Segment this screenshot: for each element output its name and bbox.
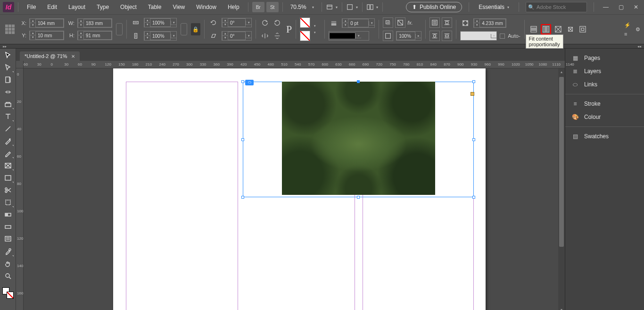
view-options-icon[interactable] xyxy=(326,1,338,13)
fit-content-to-frame-button[interactable] xyxy=(553,24,563,34)
menu-window[interactable]: Window xyxy=(191,0,221,14)
x-input[interactable]: ▴▾104 mm xyxy=(29,18,64,28)
menu-help[interactable]: Help xyxy=(223,0,244,14)
selection-tool[interactable] xyxy=(1,50,15,61)
fit-content-proportionally-button[interactable] xyxy=(541,24,551,34)
fill-stroke-proxy[interactable] xyxy=(2,287,14,299)
page-tool[interactable] xyxy=(1,74,15,85)
panel-layers[interactable]: ≣Layers xyxy=(565,65,644,78)
shear-input[interactable]: ▴▾0°▾ xyxy=(222,31,252,41)
auto-fit-checkbox[interactable] xyxy=(500,34,505,39)
line-tool[interactable] xyxy=(1,123,15,134)
rectangle-frame-tool[interactable] xyxy=(1,160,15,171)
constrain-scale-icon[interactable] xyxy=(181,23,187,35)
reference-point-grid[interactable] xyxy=(4,23,16,35)
gap-tool[interactable] xyxy=(1,86,15,98)
corner-options-icon[interactable] xyxy=(460,18,471,28)
content-grabber[interactable] xyxy=(471,92,474,96)
window-maximize[interactable]: ▢ xyxy=(616,2,626,12)
panel-colour[interactable]: 🎨Colour xyxy=(565,110,644,124)
rotate-input[interactable]: ▴▾0°▾ xyxy=(222,18,252,27)
center-content-button[interactable] xyxy=(578,24,588,34)
panel-pages[interactable]: ▦Pages xyxy=(565,51,644,65)
scissors-tool[interactable] xyxy=(1,184,15,196)
h-input[interactable]: ▴▾91 mm xyxy=(77,31,112,40)
effects-button[interactable]: fx. xyxy=(407,20,413,25)
workspace-switcher[interactable]: Essentials xyxy=(476,2,512,12)
pen-tool[interactable] xyxy=(1,135,15,147)
type-tool[interactable] xyxy=(1,111,15,122)
menu-layout[interactable]: Layout xyxy=(64,0,90,14)
zoom-level[interactable]: 70.5% xyxy=(287,4,318,10)
fill-swatch[interactable] xyxy=(300,17,310,28)
text-wrap-none-icon[interactable] xyxy=(429,17,440,28)
hand-tool[interactable] xyxy=(1,258,15,269)
vertical-scrollbar[interactable]: ▴ ▾ xyxy=(558,68,565,310)
fit-frame-to-content-button[interactable] xyxy=(565,24,576,34)
scale-x-input[interactable]: ▴▾100%▾ xyxy=(144,18,177,27)
w-input[interactable]: ▴▾183 mm xyxy=(77,18,112,28)
pencil-tool[interactable] xyxy=(1,148,15,159)
menu-file[interactable]: File xyxy=(22,0,41,14)
direct-selection-tool[interactable] xyxy=(1,62,15,73)
panel-stroke[interactable]: ≡Stroke xyxy=(565,97,644,110)
link-badge-icon[interactable]: ⬭ xyxy=(245,80,254,85)
stroke-weight-input[interactable]: ▴▾0 pt▾ xyxy=(342,18,375,28)
constrain-wh-icon[interactable] xyxy=(116,23,123,35)
stroke-style-input[interactable]: ▾ xyxy=(329,31,369,41)
arrange-documents-icon[interactable] xyxy=(366,1,379,13)
content-collector-tool[interactable] xyxy=(1,99,15,110)
rotate-ccw-icon[interactable] xyxy=(260,17,270,28)
text-wrap-shape-icon[interactable] xyxy=(429,31,440,41)
text-wrap-bounding-icon[interactable] xyxy=(442,17,452,28)
rectangle-tool[interactable] xyxy=(1,172,15,184)
note-tool[interactable] xyxy=(1,234,15,245)
stroke-swatch[interactable] xyxy=(300,31,310,41)
flip-h-icon[interactable] xyxy=(260,31,270,41)
scale-y-input[interactable]: ▴▾100%▾ xyxy=(144,31,177,41)
menu-object[interactable]: Object xyxy=(116,0,141,14)
drop-shadow-icon[interactable] xyxy=(383,17,393,28)
screen-mode-icon[interactable] xyxy=(346,1,358,13)
gradient-feather-tool[interactable] xyxy=(1,221,15,233)
placed-image[interactable] xyxy=(282,82,435,195)
eyedropper-tool[interactable] xyxy=(1,246,15,257)
fill-frame-proportionally-button[interactable] xyxy=(528,24,539,34)
menu-table[interactable]: Table xyxy=(143,0,166,14)
gradient-swatch-tool[interactable] xyxy=(1,209,15,220)
quick-apply-icon[interactable]: ⚡ xyxy=(624,22,631,28)
free-transform-tool[interactable] xyxy=(1,197,15,208)
text-wrap-jump-icon[interactable] xyxy=(442,31,452,41)
ruler-origin[interactable] xyxy=(16,61,24,68)
vertical-ruler[interactable]: 020406080100120140160 xyxy=(16,68,24,310)
menu-view[interactable]: View xyxy=(168,0,190,14)
paragraph-style-icon[interactable]: P xyxy=(286,23,292,35)
app-logo[interactable]: Id xyxy=(3,2,14,12)
menu-flyout-icon[interactable]: ≡ xyxy=(624,31,631,37)
chain-lock-icon[interactable]: 🔒 xyxy=(191,23,200,35)
opacity-icon[interactable] xyxy=(395,17,405,28)
horizontal-ruler[interactable]: 6030030609012015018021024027030033036039… xyxy=(24,61,565,68)
flip-v-icon[interactable] xyxy=(272,31,282,41)
panel-swatches[interactable]: ▤Swatches xyxy=(565,130,644,143)
bridge-button[interactable]: Br xyxy=(252,2,264,12)
menu-edit[interactable]: Edit xyxy=(42,0,62,14)
document-tab[interactable]: *Untitled-2 @ 71% ✕ xyxy=(20,51,80,61)
y-input[interactable]: ▴▾10 mm xyxy=(29,31,64,40)
settings-gear-icon[interactable]: ⚙ xyxy=(636,26,640,33)
blend-mode-icon[interactable] xyxy=(383,31,393,41)
window-close[interactable]: ✕ xyxy=(631,2,641,12)
publish-online-button[interactable]: ⬆ Publish Online xyxy=(406,2,462,12)
close-tab-icon[interactable]: ✕ xyxy=(71,54,75,59)
rotate-cw-icon[interactable] xyxy=(272,17,282,28)
adobe-stock-search[interactable]: 🔍 Adobe Stock xyxy=(526,2,587,12)
panel-links[interactable]: ⬭Links xyxy=(565,78,644,91)
zoom-tool[interactable] xyxy=(1,270,15,282)
opacity-input[interactable]: 100%▸ xyxy=(396,31,421,41)
stock-button[interactable]: St xyxy=(266,2,279,12)
window-minimize[interactable]: — xyxy=(601,2,611,12)
pasteboard[interactable]: ⬭ xyxy=(24,68,558,310)
corner-size-input[interactable]: ▴▾4.233 mm xyxy=(473,18,506,28)
menu-type[interactable]: Type xyxy=(92,0,114,14)
corner-shape-input[interactable]: ▾ xyxy=(460,31,497,41)
